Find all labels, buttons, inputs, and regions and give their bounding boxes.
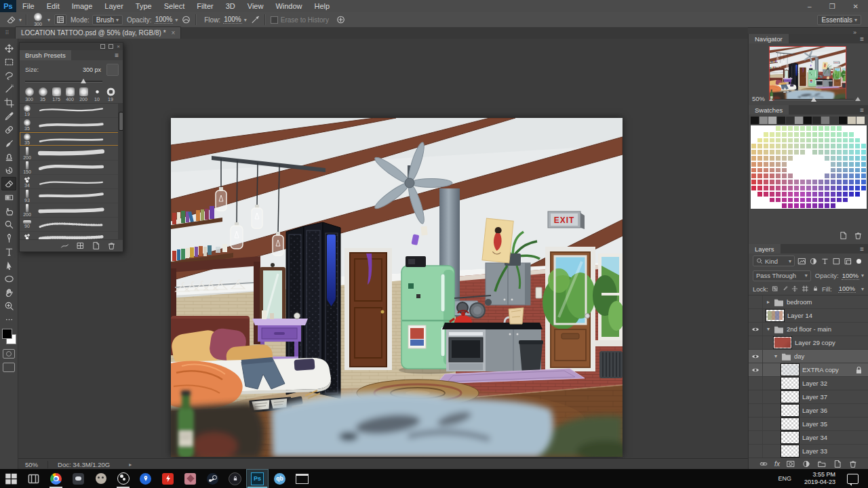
color-swatch[interactable]	[830, 155, 836, 161]
photoshop-app[interactable]: Ps	[246, 469, 269, 488]
blend-mode-dropdown[interactable]: Pass Through▾	[753, 270, 811, 281]
scrollbar[interactable]	[118, 104, 123, 239]
restore-icon[interactable]: ❐	[829, 3, 835, 10]
color-swatch[interactable]	[806, 125, 812, 131]
color-swatch[interactable]	[830, 125, 836, 131]
brush-preset-thumb[interactable]: 10	[90, 87, 104, 102]
quick-selection-tool[interactable]	[1, 82, 16, 96]
layer-row[interactable]: ▾day	[749, 350, 868, 363]
color-swatch[interactable]	[769, 138, 775, 144]
color-swatch[interactable]	[830, 173, 836, 179]
brush-preset-row[interactable]: 90	[20, 218, 123, 232]
color-swatch[interactable]	[824, 173, 830, 179]
color-swatch[interactable]	[757, 131, 763, 138]
color-swatch[interactable]	[775, 131, 781, 138]
filter-adjustment-layers-icon[interactable]	[809, 257, 818, 266]
video-editor-app[interactable]	[22, 469, 45, 488]
move-tool[interactable]	[1, 41, 16, 55]
toggle-brush-panel-button[interactable]	[106, 64, 119, 76]
opacity-caret-icon[interactable]: ▾	[861, 272, 864, 279]
color-swatch[interactable]	[861, 138, 867, 144]
color-swatch[interactable]	[800, 197, 806, 203]
menu-window[interactable]: Window	[269, 2, 308, 10]
lock-artboard-icon[interactable]	[802, 285, 809, 293]
color-swatch[interactable]	[775, 161, 781, 167]
layer-mask-icon[interactable]	[786, 460, 795, 468]
chrome-app[interactable]	[45, 469, 67, 488]
color-swatch[interactable]	[861, 125, 867, 131]
color-swatch[interactable]	[763, 167, 769, 174]
color-swatch[interactable]	[787, 161, 793, 167]
color-swatch[interactable]	[812, 161, 818, 167]
layer-row[interactable]: Layer 29 copy	[749, 336, 868, 350]
color-swatch[interactable]	[751, 131, 757, 138]
brush-preset-row[interactable]: 35	[20, 132, 123, 146]
clone-stamp-tool[interactable]	[1, 150, 16, 163]
color-swatch[interactable]	[751, 185, 757, 191]
color-swatch[interactable]	[842, 173, 848, 179]
visibility-toggle[interactable]	[749, 431, 763, 444]
eraser-tool[interactable]	[1, 177, 16, 190]
color-swatch[interactable]	[775, 143, 781, 149]
type-tool[interactable]	[1, 245, 16, 258]
color-swatch[interactable]	[836, 173, 842, 179]
color-swatch[interactable]	[824, 191, 830, 197]
path-selection-tool[interactable]	[1, 258, 16, 272]
color-swatch[interactable]	[800, 161, 806, 167]
color-swatch[interactable]	[848, 185, 854, 191]
color-swatch[interactable]	[818, 197, 824, 203]
color-swatch[interactable]	[769, 161, 775, 167]
discord-app[interactable]	[67, 469, 90, 488]
color-swatch[interactable]	[787, 131, 793, 138]
color-swatch[interactable]	[769, 155, 775, 161]
color-swatch[interactable]	[806, 203, 812, 209]
filter-toggle-icon[interactable]	[856, 259, 861, 264]
color-swatch[interactable]	[775, 203, 781, 209]
new-layer-icon[interactable]	[833, 460, 842, 468]
document-tab[interactable]: LOCATION TATTOO.psd @ 50% (day, RGB/8) *…	[15, 26, 181, 39]
gray-swatch[interactable]	[768, 117, 776, 124]
lock-position-icon[interactable]	[791, 285, 798, 293]
flow-value[interactable]: 100%	[223, 16, 242, 24]
color-swatch[interactable]	[781, 203, 787, 209]
filter-type-layers-icon[interactable]	[821, 257, 829, 266]
color-swatch[interactable]	[818, 143, 824, 149]
color-swatch[interactable]	[800, 203, 806, 209]
color-swatch[interactable]	[842, 155, 848, 161]
color-swatch[interactable]	[775, 167, 781, 174]
layer-row[interactable]: ▸bedroom	[749, 296, 868, 309]
visibility-toggle[interactable]	[749, 323, 763, 336]
color-swatch[interactable]	[793, 173, 800, 179]
color-swatch[interactable]	[763, 179, 769, 185]
menu-type[interactable]: Type	[130, 2, 158, 10]
color-swatch[interactable]	[800, 179, 806, 185]
color-swatch[interactable]	[848, 203, 854, 209]
color-swatch[interactable]	[854, 173, 861, 179]
color-swatch[interactable]	[787, 185, 793, 191]
color-swatch[interactable]	[842, 131, 848, 138]
color-swatch[interactable]	[854, 131, 861, 138]
color-swatch[interactable]	[812, 173, 818, 179]
visibility-toggle[interactable]	[749, 390, 763, 403]
color-swatch[interactable]	[769, 203, 775, 209]
color-swatch[interactable]	[854, 185, 861, 191]
layer-row[interactable]: Layer 35	[749, 418, 868, 431]
color-swatch[interactable]	[775, 191, 781, 197]
color-swatch[interactable]	[861, 149, 867, 155]
color-swatch[interactable]	[751, 125, 757, 131]
color-swatch[interactable]	[824, 197, 830, 203]
color-swatch[interactable]	[793, 143, 800, 149]
color-swatch[interactable]	[836, 203, 842, 209]
color-swatch[interactable]	[793, 125, 800, 131]
expand-group-icon[interactable]: ▸	[766, 299, 771, 305]
color-swatch[interactable]	[818, 191, 824, 197]
color-swatch[interactable]	[757, 138, 763, 144]
language-indicator[interactable]: ENG	[774, 475, 795, 482]
delete-layer-icon[interactable]	[848, 460, 858, 468]
color-swatch[interactable]	[812, 155, 818, 161]
collapse-panel-icon[interactable]	[100, 44, 105, 49]
color-swatch[interactable]	[751, 155, 757, 161]
color-swatch[interactable]	[751, 203, 757, 209]
color-swatch[interactable]	[836, 191, 842, 197]
color-swatch[interactable]	[842, 197, 848, 203]
